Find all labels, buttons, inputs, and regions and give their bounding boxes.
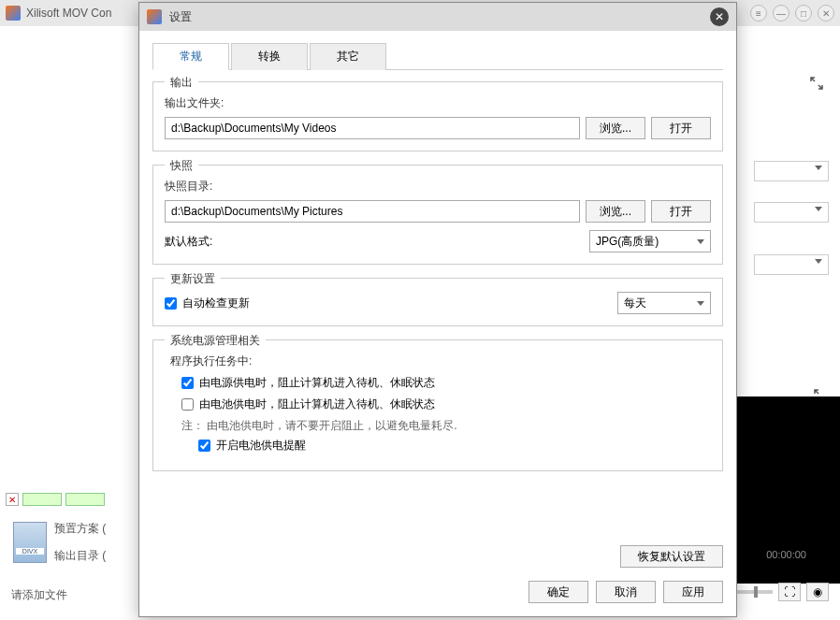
settings-dialog: 设置 ✕ 常规 转换 其它 输出 输出文件夹: 浏览... 打开 快照 快照目录… xyxy=(138,2,737,617)
tab-convert[interactable]: 转换 xyxy=(231,43,308,70)
dialog-titlebar: 设置 ✕ xyxy=(139,3,736,31)
preview-snapshot-button[interactable]: ◉ xyxy=(806,583,829,601)
status-text: 请添加文件 xyxy=(11,587,67,603)
cancel-button[interactable]: 取消 xyxy=(596,581,656,603)
chevron-down-icon xyxy=(697,301,704,306)
snapshot-open-button[interactable]: 打开 xyxy=(651,200,711,223)
dialog-close-button[interactable]: ✕ xyxy=(710,7,729,26)
update-frequency-value: 每天 xyxy=(624,296,646,311)
ok-button[interactable]: 确定 xyxy=(529,581,588,603)
power-ac-label: 由电源供电时，阻止计算机进入待机、休眠状态 xyxy=(199,375,435,391)
output-folder-input[interactable] xyxy=(165,117,580,139)
tabs: 常规 转换 其它 xyxy=(152,42,723,70)
thumb-close-icon[interactable]: ✕ xyxy=(6,493,19,506)
snapshot-folder-input[interactable] xyxy=(165,200,580,223)
app-title: Xilisoft MOV Con xyxy=(26,7,111,20)
snapshot-group: 快照 快照目录: 浏览... 打开 默认格式: JPG(高质量) xyxy=(152,165,723,265)
battery-reminder-checkbox[interactable] xyxy=(198,440,210,452)
auto-check-update-checkbox[interactable] xyxy=(165,297,177,310)
dialog-icon xyxy=(147,9,162,24)
thumbnail-strip: ✕ xyxy=(6,493,105,506)
help-button[interactable]: ≡ xyxy=(750,5,767,22)
snapshot-group-title: 快照 xyxy=(165,158,198,174)
battery-reminder-label: 开启电池供电提醒 xyxy=(216,438,306,454)
preview-time: 00:00:00 xyxy=(766,549,806,560)
app-icon xyxy=(6,6,21,21)
tab-general[interactable]: 常规 xyxy=(152,43,229,70)
dialog-footer: 恢复默认设置 xyxy=(139,536,736,581)
snapshot-format-value: JPG(高质量) xyxy=(596,234,659,250)
expand-icon[interactable] xyxy=(810,77,825,92)
dialog-title: 设置 xyxy=(169,9,192,25)
bg-dropdown-2[interactable] xyxy=(754,202,829,223)
power-ac-checkbox[interactable] xyxy=(181,377,194,389)
apply-button[interactable]: 应用 xyxy=(663,581,723,603)
output-folder-label: 输出文件夹: xyxy=(165,95,711,111)
power-group: 系统电源管理相关 程序执行任务中: 由电源供电时，阻止计算机进入待机、休眠状态 … xyxy=(152,339,723,471)
preview-slider[interactable] xyxy=(735,590,773,594)
preset-label: 预置方案 ( xyxy=(54,521,106,537)
power-group-title: 系统电源管理相关 xyxy=(165,333,266,349)
update-frequency-select[interactable]: 每天 xyxy=(617,292,711,314)
restore-defaults-button[interactable]: 恢复默认设置 xyxy=(620,545,723,568)
power-note: 注： 由电池供电时，请不要开启阻止，以避免电量耗尽. xyxy=(181,418,711,434)
power-battery-label: 由电池供电时，阻止计算机进入待机、休眠状态 xyxy=(199,397,435,412)
output-group-title: 输出 xyxy=(165,75,198,91)
maximize-button[interactable]: □ xyxy=(795,5,812,22)
chevron-down-icon xyxy=(697,239,704,244)
preset-file-icon xyxy=(13,522,47,563)
snapshot-browse-button[interactable]: 浏览... xyxy=(586,200,645,223)
tab-other[interactable]: 其它 xyxy=(310,43,386,70)
snapshot-folder-label: 快照目录: xyxy=(165,179,711,195)
minimize-button[interactable]: — xyxy=(773,5,789,22)
power-battery-checkbox[interactable] xyxy=(181,398,194,411)
dialog-footer-buttons: 确定 取消 应用 xyxy=(139,581,736,616)
thumbnail[interactable] xyxy=(22,493,62,506)
output-group: 输出 输出文件夹: 浏览... 打开 xyxy=(152,81,723,151)
bg-dropdown-1[interactable] xyxy=(754,161,829,181)
update-group-title: 更新设置 xyxy=(165,271,221,287)
preview-fullscreen-button[interactable]: ⛶ xyxy=(778,583,801,601)
auto-check-update-label: 自动检查更新 xyxy=(182,296,250,311)
output-browse-button[interactable]: 浏览... xyxy=(586,117,645,139)
update-group: 更新设置 自动检查更新 每天 xyxy=(152,278,723,326)
outdir-label: 输出目录 ( xyxy=(54,548,106,564)
snapshot-format-select[interactable]: JPG(高质量) xyxy=(589,230,711,252)
close-button[interactable]: ✕ xyxy=(818,5,834,22)
thumbnail[interactable] xyxy=(65,493,105,506)
bg-dropdown-3[interactable] xyxy=(754,254,829,275)
output-open-button[interactable]: 打开 xyxy=(651,117,711,139)
snapshot-format-label: 默认格式: xyxy=(165,234,584,250)
power-subtitle: 程序执行任务中: xyxy=(170,353,711,369)
